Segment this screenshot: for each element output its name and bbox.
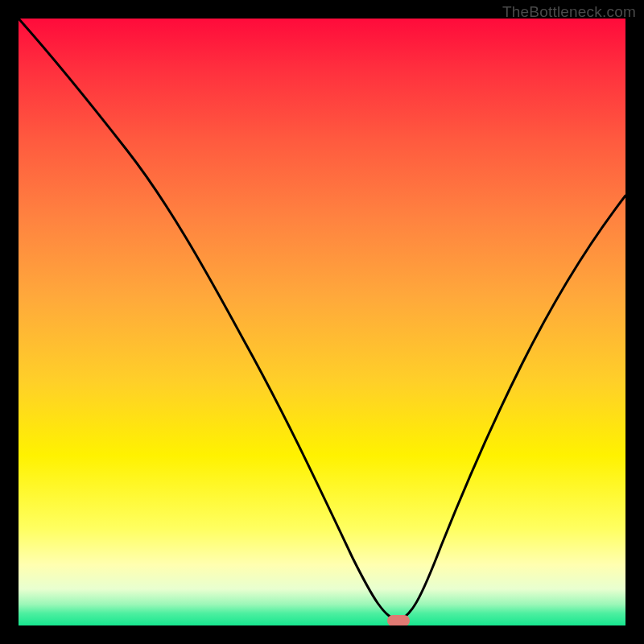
curve-layer — [19, 19, 625, 625]
chart-frame: TheBottleneck.com — [0, 0, 644, 644]
plot-area — [19, 19, 625, 625]
bottleneck-curve — [19, 19, 625, 620]
optimal-marker — [387, 615, 410, 625]
watermark-label: TheBottleneck.com — [502, 3, 636, 21]
